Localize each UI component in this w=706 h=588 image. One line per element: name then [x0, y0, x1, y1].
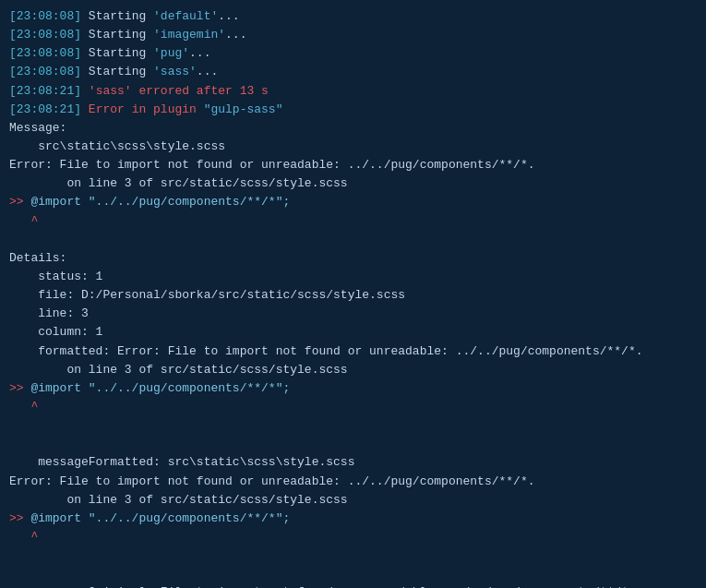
terminal-line: [23:08:21] Error in plugin "gulp-sass"	[9, 101, 697, 119]
terminal-line	[9, 546, 697, 565]
terminal-line: on line 3 of src/static/scss/style.scss	[9, 491, 697, 510]
terminal-line: ^	[9, 212, 697, 231]
terminal-line: ^	[9, 398, 697, 416]
terminal-line: on line 3 of src/static/scss/style.scss	[9, 361, 697, 379]
terminal-line: column: 1	[9, 323, 697, 342]
terminal-line: line: 3	[9, 305, 697, 323]
terminal-line: messageFormatted: src\static\scss\style.…	[9, 453, 697, 472]
terminal-line: file: D:/Personal/sborka/src/static/scss…	[9, 286, 697, 305]
terminal-line: [23:08:21] 'sass' errored after 13 s	[9, 82, 697, 101]
terminal-line: >> @import "../../pug/components/**/*";	[9, 379, 697, 398]
terminal-line: on line 3 of src/static/scss/style.scss	[9, 174, 697, 193]
terminal-line: Message:	[9, 119, 697, 138]
terminal-line: >> @import "../../pug/components/**/*";	[9, 193, 697, 211]
terminal-line: Details:	[9, 249, 697, 268]
terminal-line	[9, 231, 697, 249]
terminal-line: [23:08:08] Starting 'default'...	[9, 7, 697, 26]
terminal-line: Error: File to import not found or unrea…	[9, 473, 697, 491]
terminal-line	[9, 565, 697, 583]
terminal-line: [23:08:08] Starting 'imagemin'...	[9, 26, 697, 44]
terminal-line: status: 1	[9, 268, 697, 286]
terminal-line: src\static\scss\style.scss	[9, 138, 697, 156]
terminal-line: messageOriginal: File to import not foun…	[9, 583, 697, 588]
terminal-line: >> @import "../../pug/components/**/*";	[9, 510, 697, 528]
terminal-line: Error: File to import not found or unrea…	[9, 156, 697, 174]
terminal-line: [23:08:08] Starting 'pug'...	[9, 44, 697, 63]
terminal-line: [23:08:08] Starting 'sass'...	[9, 63, 697, 81]
terminal-line	[9, 416, 697, 435]
terminal-line: formatted: Error: File to import not fou…	[9, 342, 697, 361]
terminal-line	[9, 435, 697, 453]
terminal-line: ^	[9, 528, 697, 546]
terminal: [23:08:08] Starting 'default'...[23:08:0…	[9, 7, 697, 588]
